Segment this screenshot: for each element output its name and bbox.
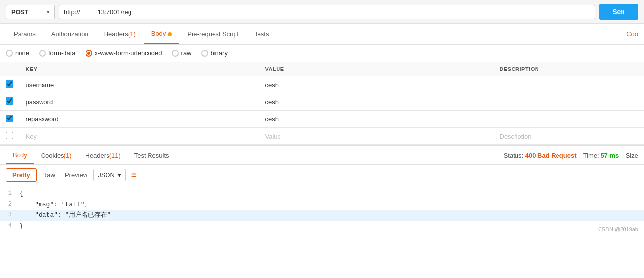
resp-tab-cookies-label: Cookies (41, 152, 64, 159)
radio-form-data-label: form-data (48, 49, 76, 57)
radio-raw[interactable]: raw (172, 49, 192, 57)
resp-tab-headers-badge: (11) (109, 152, 121, 159)
row2-checkbox-cell (0, 93, 20, 111)
radio-none-circle (6, 50, 13, 57)
params-table: KEY VALUE DESCRIPTION username ceshi pas… (0, 62, 644, 145)
time-label: Time: (583, 152, 599, 159)
placeholder-key[interactable]: Key (20, 128, 259, 145)
body-dot (168, 32, 172, 36)
code-line-1: 1 { (0, 189, 644, 200)
status-label: Status: (504, 152, 523, 159)
line-num-1: 1 (0, 189, 20, 200)
table-row: repassword ceshi (0, 111, 644, 128)
row2-checkbox[interactable] (6, 97, 13, 105)
response-tabs-row: Body Cookies(1) Headers(11) Test Results… (0, 145, 644, 165)
table-placeholder-row: Key Value Description (0, 128, 644, 145)
wrap-icon[interactable]: ≡ (131, 170, 137, 180)
tab-pre-request-script[interactable]: Pre-request Script (179, 24, 246, 44)
row1-desc (494, 76, 644, 93)
radio-raw-label: raw (181, 49, 192, 57)
radio-binary[interactable]: binary (201, 49, 228, 57)
format-label: JSON (98, 171, 115, 179)
status-info: Status: 400 Bad Request Time: 57 ms Size (504, 152, 638, 159)
cookies-link[interactable]: Coo (626, 30, 638, 38)
request-tabs-row: Params Authorization Headers(1) Body Pre… (0, 24, 644, 45)
format-select[interactable]: JSON ▾ (93, 169, 126, 181)
watermark: CSDN @2019ab (598, 226, 638, 232)
row2-value[interactable]: ceshi (259, 93, 494, 111)
placeholder-checkbox-cell (0, 128, 20, 145)
placeholder-desc[interactable]: Description (494, 128, 644, 145)
radio-form-data-circle (39, 50, 46, 57)
tab-headers-badge: (1) (128, 30, 136, 38)
row1-value[interactable]: ceshi (259, 76, 494, 93)
method-chevron: ▾ (47, 9, 49, 15)
pretty-button[interactable]: Pretty (6, 168, 37, 182)
col-key: KEY (20, 62, 259, 76)
status-value: 400 Bad Request (525, 152, 577, 159)
tab-tests[interactable]: Tests (246, 24, 277, 44)
radio-none[interactable]: none (6, 49, 29, 57)
size-label: Size (626, 152, 638, 159)
preview-button[interactable]: Preview (61, 169, 91, 181)
radio-none-label: none (15, 49, 29, 57)
code-area: 1 { 2 "msg": "fail", 3 "data": "用户名已存在" … (0, 185, 644, 236)
resp-tab-body[interactable]: Body (6, 146, 34, 164)
code-line-3: 3 "data": "用户名已存在" (0, 210, 644, 221)
resp-tab-headers-label: Headers (86, 152, 109, 159)
row3-checkbox-cell (0, 111, 20, 128)
row1-checkbox-cell (0, 76, 20, 93)
url-input[interactable] (59, 5, 595, 19)
row1-checkbox[interactable] (6, 80, 13, 88)
line-content-4[interactable]: } (20, 221, 644, 232)
radio-x-www-circle (86, 50, 92, 57)
radio-form-data[interactable]: form-data (39, 49, 76, 57)
tab-authorization[interactable]: Authorization (43, 24, 96, 44)
code-line-2: 2 "msg": "fail", (0, 200, 644, 210)
col-check (0, 62, 20, 76)
code-line-4: 4 } (0, 221, 644, 232)
response-toolbar: Pretty Raw Preview JSON ▾ ≡ (0, 165, 644, 185)
radio-x-www-label: x-www-form-urlencoded (95, 49, 162, 57)
row3-value[interactable]: ceshi (259, 111, 494, 128)
line-content-3[interactable]: "data": "用户名已存在" (20, 210, 644, 221)
row3-key[interactable]: repassword (20, 111, 259, 128)
placeholder-value[interactable]: Value (259, 128, 494, 145)
body-type-row: none form-data x-www-form-urlencoded raw… (0, 45, 644, 62)
line-num-2: 2 (0, 200, 20, 210)
line-num-3: 3 (0, 210, 20, 221)
method-label: POST (11, 8, 28, 16)
resp-tab-test-results[interactable]: Test Results (128, 147, 176, 164)
col-description: DESCRIPTION (494, 62, 644, 76)
radio-binary-circle (201, 50, 208, 57)
resp-tab-headers[interactable]: Headers(11) (79, 147, 128, 164)
tab-body-label: Body (151, 30, 166, 37)
method-select[interactable]: POST ▾ (6, 5, 55, 19)
row1-key[interactable]: username (20, 76, 259, 93)
line-content-1[interactable]: { (20, 189, 644, 200)
raw-button[interactable]: Raw (39, 169, 59, 181)
radio-raw-circle (172, 50, 179, 57)
tab-headers-label: Headers (104, 30, 128, 38)
send-button[interactable]: Sen (599, 4, 638, 20)
time-value: 57 ms (601, 152, 619, 159)
row3-checkbox[interactable] (6, 115, 13, 122)
resp-tab-cookies-badge: (1) (64, 152, 72, 159)
radio-binary-label: binary (211, 49, 228, 57)
tab-body[interactable]: Body (144, 24, 180, 44)
line-content-2[interactable]: "msg": "fail", (20, 200, 644, 210)
col-value: VALUE (259, 62, 494, 76)
placeholder-checkbox[interactable] (6, 132, 13, 139)
line-num-4: 4 (0, 221, 20, 232)
radio-x-www[interactable]: x-www-form-urlencoded (86, 49, 162, 57)
resp-tab-cookies[interactable]: Cookies(1) (34, 147, 79, 164)
format-chevron: ▾ (118, 171, 121, 179)
tab-headers[interactable]: Headers(1) (96, 24, 144, 44)
table-row: username ceshi (0, 76, 644, 93)
row2-desc (494, 93, 644, 111)
top-bar: POST ▾ Sen (0, 0, 644, 24)
row2-key[interactable]: password (20, 93, 259, 111)
tab-params[interactable]: Params (6, 24, 43, 44)
row3-desc (494, 111, 644, 128)
table-row: password ceshi (0, 93, 644, 111)
